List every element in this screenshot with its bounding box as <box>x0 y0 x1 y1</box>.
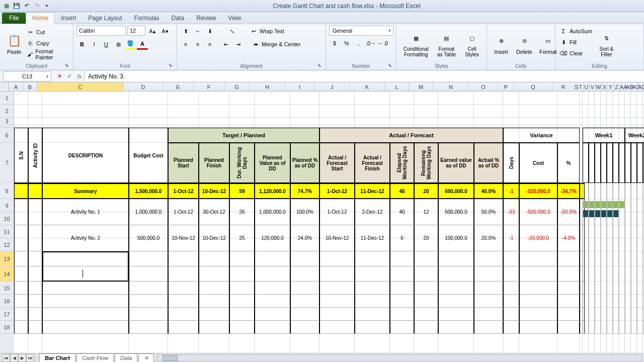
cell[interactable] <box>14 295 28 308</box>
col-header[interactable]: H <box>250 82 285 91</box>
cell[interactable] <box>42 266 129 282</box>
col-header[interactable]: W <box>596 82 602 91</box>
cell[interactable] <box>319 295 355 308</box>
cell[interactable] <box>28 225 42 251</box>
cell[interactable] <box>474 251 503 266</box>
col-header[interactable]: E <box>163 82 194 91</box>
indent-increase-icon[interactable]: ⇥ <box>232 39 244 50</box>
cell[interactable]: -1 <box>503 225 519 251</box>
qat-dropdown-icon[interactable]: ▾ <box>42 2 51 11</box>
cell[interactable] <box>557 266 580 282</box>
col-header[interactable]: R <box>552 82 575 91</box>
conditional-formatting-button[interactable]: ▦Conditional Formatting <box>399 26 433 62</box>
cell[interactable] <box>355 295 390 308</box>
cell[interactable]: -33 <box>503 199 519 225</box>
orientation-icon[interactable]: ⤡ <box>226 26 237 37</box>
cell[interactable] <box>319 308 355 321</box>
cell[interactable]: -20,000.0 <box>519 225 557 251</box>
cell[interactable] <box>438 321 474 334</box>
scrollbar-thumb[interactable] <box>163 355 178 361</box>
select-all-corner[interactable] <box>0 82 9 91</box>
cell[interactable] <box>438 266 474 282</box>
gantt-cell[interactable] <box>613 183 619 334</box>
tab-review[interactable]: Review <box>190 13 222 24</box>
cell[interactable] <box>355 251 390 266</box>
cell[interactable] <box>199 266 229 282</box>
cell[interactable]: -520,000.0 <box>519 183 557 199</box>
cell[interactable]: 1-Oct-12 <box>319 199 355 225</box>
cell[interactable] <box>319 251 355 266</box>
cell[interactable]: 100,000.0 <box>438 225 474 251</box>
cell[interactable]: 600,000.0 <box>438 183 474 199</box>
cell[interactable] <box>28 295 42 308</box>
cell[interactable] <box>229 251 255 266</box>
cell[interactable] <box>414 295 438 308</box>
percent-icon[interactable]: % <box>341 38 352 49</box>
col-header[interactable]: Q <box>514 82 552 91</box>
undo-icon[interactable]: ↶ <box>22 2 31 11</box>
fx-icon[interactable]: fx <box>74 71 85 81</box>
cell[interactable] <box>414 321 438 334</box>
tab-insert[interactable]: Insert <box>55 13 82 24</box>
gantt-cell[interactable] <box>631 183 637 334</box>
row-header[interactable]: 17 <box>0 308 14 321</box>
cell[interactable] <box>519 282 557 295</box>
row-header[interactable]: 9 <box>0 199 14 212</box>
gantt-cell[interactable] <box>625 183 631 334</box>
col-header[interactable]: AB <box>626 82 632 91</box>
clipboard-launcher-icon[interactable]: ⬊ <box>65 63 71 69</box>
col-header[interactable]: AD <box>638 82 644 91</box>
cell[interactable] <box>129 321 168 334</box>
col-header[interactable]: D <box>124 82 163 91</box>
cell[interactable] <box>503 295 519 308</box>
cell[interactable]: 24.0% <box>290 225 319 251</box>
cell[interactable] <box>28 266 42 282</box>
grow-font-icon[interactable]: A▴ <box>147 26 158 37</box>
cell[interactable] <box>168 251 199 266</box>
cell[interactable] <box>14 251 28 266</box>
col-header[interactable]: L <box>385 82 409 91</box>
cell[interactable] <box>42 308 129 321</box>
cell[interactable]: 120,000.0 <box>255 225 290 251</box>
align-right-icon[interactable]: ≡ <box>204 39 215 50</box>
col-header[interactable]: B <box>23 82 37 91</box>
cell[interactable] <box>390 251 414 266</box>
cell[interactable] <box>14 183 28 199</box>
cell[interactable] <box>319 321 355 334</box>
cell[interactable] <box>255 251 290 266</box>
cell[interactable]: 20 <box>414 225 438 251</box>
autosum-button[interactable]: ΣAutoSum <box>558 26 593 37</box>
cell-styles-button[interactable]: ▢Cell Styles <box>460 26 484 62</box>
cell[interactable] <box>474 282 503 295</box>
insert-cells-button[interactable]: ⊕Insert <box>490 26 512 62</box>
worksheet[interactable]: ABCDEFGHIJKLMNOPQRSTUVWXYZAAABACAD 12367… <box>0 82 644 353</box>
col-header[interactable]: N <box>433 82 469 91</box>
cell[interactable]: 40.0% <box>474 183 503 199</box>
last-sheet-icon[interactable]: ⏭ <box>26 354 34 362</box>
cell[interactable] <box>255 295 290 308</box>
cell[interactable]: -50.0% <box>557 199 580 225</box>
cell[interactable] <box>355 308 390 321</box>
align-top-icon[interactable]: ⬆ <box>180 26 191 37</box>
cell[interactable] <box>129 282 168 295</box>
cell[interactable] <box>229 295 255 308</box>
tab-home[interactable]: Home <box>26 12 55 24</box>
enter-formula-icon[interactable]: ✓ <box>64 71 74 81</box>
cell[interactable]: 20.0% <box>474 225 503 251</box>
cell[interactable]: 10-Nov-12 <box>168 225 199 251</box>
col-header[interactable]: G <box>224 82 250 91</box>
cell[interactable] <box>319 282 355 295</box>
col-header[interactable]: U <box>584 82 590 91</box>
cell[interactable] <box>28 199 42 225</box>
cell[interactable] <box>290 308 319 321</box>
currency-icon[interactable]: $ <box>329 38 340 49</box>
cell[interactable] <box>438 282 474 295</box>
sort-filter-button[interactable]: ⇅Sort & Filter <box>595 26 617 62</box>
cell[interactable] <box>14 321 28 334</box>
cell[interactable] <box>255 308 290 321</box>
row-header[interactable]: 14 <box>0 266 14 282</box>
cell[interactable] <box>519 266 557 282</box>
cell[interactable]: 500,000.0 <box>129 225 168 251</box>
cell[interactable] <box>414 251 438 266</box>
cell[interactable]: 30-Oct-12 <box>199 199 229 225</box>
